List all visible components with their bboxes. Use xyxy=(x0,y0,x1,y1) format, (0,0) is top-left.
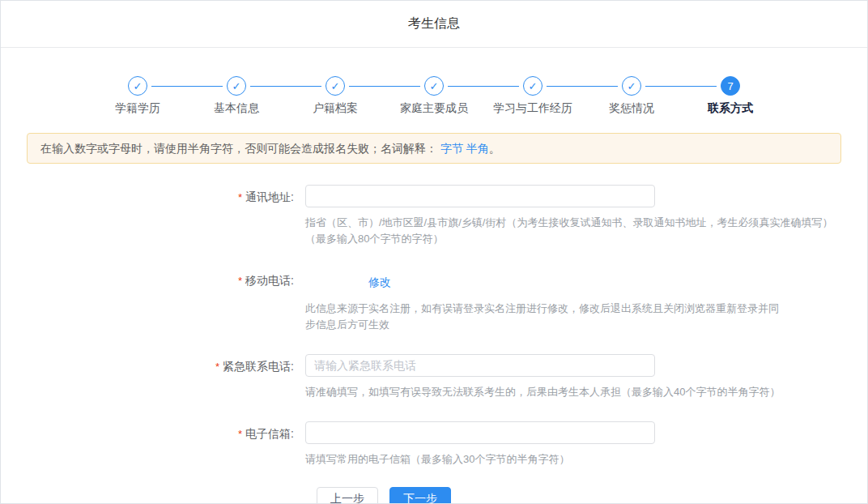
modify-mobile-link[interactable]: 修改 xyxy=(368,274,391,290)
page-title: 考生信息 xyxy=(408,15,460,32)
required-asterisk: * xyxy=(238,275,242,287)
step-label: 奖惩情况 xyxy=(582,101,681,116)
required-asterisk: * xyxy=(215,361,219,373)
step-contact-info[interactable]: 7 联系方式 xyxy=(681,76,780,116)
email-label-text: 电子信箱: xyxy=(245,427,294,440)
mobile-value-line: 修改 xyxy=(305,268,867,290)
emergency-phone-label-text: 紧急联系电话: xyxy=(223,360,294,373)
required-asterisk: * xyxy=(238,428,242,440)
check-icon: ✓ xyxy=(622,76,641,96)
mobile-control: 修改 此信息来源于实名注册，如有误请登录实名注册进行修改，修改后退出系统且关闭浏… xyxy=(305,268,867,333)
check-icon: ✓ xyxy=(128,76,147,96)
notice-text: 在输入数字或字母时，请使用半角字符，否则可能会造成报名失败；名词解释： xyxy=(40,142,437,155)
step-family-members[interactable]: ✓ 家庭主要成员 xyxy=(385,76,483,116)
step-study-work-experience[interactable]: ✓ 学习与工作经历 xyxy=(483,76,582,116)
wizard-stepper: ✓ 学籍学历 ✓ 基本信息 ✓ 户籍档案 ✓ 家庭主要成员 ✓ 学习与工作经历 … xyxy=(1,48,867,116)
step-label: 家庭主要成员 xyxy=(385,101,483,116)
step-label: 基本信息 xyxy=(187,101,286,116)
emergency-phone-control: 请准确填写，如填写有误导致无法联系考生的，后果由考生本人承担（最多输入40个字节… xyxy=(305,354,867,400)
address-row: *通讯地址: 指省（区、市）/地市区盟/县市旗/乡镇/街村（为考生接收复试通知书… xyxy=(1,185,867,247)
mobile-label-text: 移动电话: xyxy=(245,274,294,287)
address-control: 指省（区、市）/地市区盟/县市旗/乡镇/街村（为考生接收复试通知书、录取通知书地… xyxy=(305,185,867,247)
mobile-label: *移动电话: xyxy=(1,268,305,333)
email-label: *电子信箱: xyxy=(1,421,305,468)
step-label: 学习与工作经历 xyxy=(483,101,582,116)
step-label: 户籍档案 xyxy=(286,101,385,116)
candidate-info-page: 考生信息 ✓ 学籍学历 ✓ 基本信息 ✓ 户籍档案 ✓ 家庭主要成员 ✓ 学习与… xyxy=(0,0,868,504)
required-asterisk: * xyxy=(238,191,242,203)
email-input[interactable] xyxy=(305,421,655,444)
step-household-file[interactable]: ✓ 户籍档案 xyxy=(286,76,385,116)
check-icon: ✓ xyxy=(424,76,444,96)
contact-info-form: *通讯地址: 指省（区、市）/地市区盟/县市旗/乡镇/街村（为考生接收复试通知书… xyxy=(1,185,867,504)
byte-definition-link[interactable]: 字节 xyxy=(440,142,463,155)
step-basic-info[interactable]: ✓ 基本信息 xyxy=(187,76,286,116)
halfwidth-warning-banner: 在输入数字或字母时，请使用半角字符，否则可能会造成报名失败；名词解释： 字节 半… xyxy=(27,133,841,164)
mobile-help: 此信息来源于实名注册，如有误请登录实名注册进行修改，修改后退出系统且关闭浏览器重… xyxy=(305,301,779,333)
next-step-button[interactable]: 下一步 xyxy=(389,487,451,504)
address-label: *通讯地址: xyxy=(1,185,305,247)
email-help: 请填写常用的电子信箱（最多输入30个字节的半角字符） xyxy=(305,451,867,468)
check-icon: ✓ xyxy=(326,76,345,96)
emergency-phone-row: *紧急联系电话: 请准确填写，如填写有误导致无法联系考生的，后果由考生本人承担（… xyxy=(1,354,867,400)
previous-step-button[interactable]: 上一步 xyxy=(317,487,378,504)
page-header: 考生信息 xyxy=(1,1,867,48)
step-label: 学籍学历 xyxy=(88,101,187,116)
step-student-status[interactable]: ✓ 学籍学历 xyxy=(88,76,187,116)
email-control: 请填写常用的电子信箱（最多输入30个字节的半角字符） xyxy=(305,421,867,468)
emergency-phone-input[interactable] xyxy=(305,354,655,377)
form-actions: 上一步 下一步 xyxy=(317,487,867,504)
mobile-row: *移动电话: 修改 此信息来源于实名注册，如有误请登录实名注册进行修改，修改后退… xyxy=(1,268,867,333)
halfwidth-definition-link[interactable]: 半角 xyxy=(466,142,489,155)
step-label: 联系方式 xyxy=(681,101,780,116)
notice-text-end: 。 xyxy=(489,142,500,155)
email-row: *电子信箱: 请填写常用的电子信箱（最多输入30个字节的半角字符） xyxy=(1,421,867,468)
step-rewards-punishments[interactable]: ✓ 奖惩情况 xyxy=(582,76,681,116)
address-input[interactable] xyxy=(305,185,655,207)
address-label-text: 通讯地址: xyxy=(245,190,294,203)
address-help-line1: 指省（区、市）/地市区盟/县市旗/乡镇/街村（为考生接收复试通知书、录取通知书地… xyxy=(305,215,867,231)
emergency-phone-label: *紧急联系电话: xyxy=(1,354,305,400)
step-number-badge: 7 xyxy=(721,76,740,96)
check-icon: ✓ xyxy=(523,76,542,96)
check-icon: ✓ xyxy=(227,76,246,96)
address-help-line2: （最多输入80个字节的字符） xyxy=(305,231,867,247)
emergency-phone-help: 请准确填写，如填写有误导致无法联系考生的，后果由考生本人承担（最多输入40个字节… xyxy=(305,384,867,400)
